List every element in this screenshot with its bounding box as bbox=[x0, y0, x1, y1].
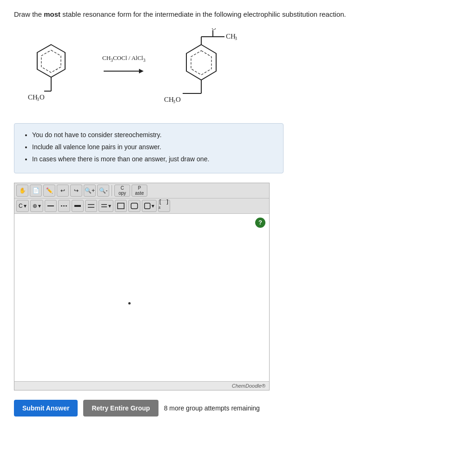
left-molecule: CH 3 O bbox=[14, 31, 88, 110]
chemdoodle-widget: ✋ 📄 ✏️ ↩ ↪ 🔍+ 🔍- C opy P aste C ▾ bbox=[14, 183, 270, 390]
chemdoodle-footer: ChemDoodle® bbox=[14, 381, 269, 390]
rounded-rect-icon bbox=[131, 203, 138, 209]
question-text: Draw the most stable resonance form for … bbox=[14, 9, 448, 20]
bond-type-dropdown[interactable]: ⊕ ▾ bbox=[30, 200, 43, 212]
svg-text:O: O bbox=[40, 93, 45, 101]
chemdoodle-canvas[interactable]: ? bbox=[14, 214, 269, 381]
copy-button[interactable]: C opy bbox=[114, 185, 130, 197]
svg-rect-29 bbox=[118, 203, 124, 209]
bold-bond-icon bbox=[73, 202, 82, 210]
instructions-list: You do not have to consider stereochemis… bbox=[24, 130, 274, 164]
svg-marker-10 bbox=[191, 51, 211, 75]
element-c-arrow: ▾ bbox=[24, 203, 26, 209]
svg-rect-30 bbox=[131, 203, 138, 209]
zoom-in-button[interactable]: 🔍+ bbox=[84, 185, 96, 197]
paste-label-p: P bbox=[138, 185, 141, 191]
right-molecule: O CH 3 CH 3 O bbox=[159, 28, 262, 112]
double-bond-button[interactable] bbox=[85, 200, 97, 212]
svg-text:O: O bbox=[211, 28, 216, 31]
rounded-rect-tool-button[interactable] bbox=[128, 200, 140, 212]
svg-text:CH: CH bbox=[164, 96, 174, 103]
svg-text:3: 3 bbox=[235, 36, 237, 41]
rectangle-tool-button[interactable] bbox=[115, 200, 127, 212]
reaction-arrow-svg bbox=[103, 66, 145, 76]
bond-style-dropdown[interactable]: ▾ bbox=[99, 200, 113, 212]
chemdoodle-toolbar-top: ✋ 📄 ✏️ ↩ ↪ 🔍+ 🔍- C opy P aste bbox=[14, 183, 269, 198]
svg-text:CH: CH bbox=[28, 93, 38, 101]
right-molecule-svg: O CH 3 CH 3 O bbox=[159, 28, 262, 112]
svg-text:CH: CH bbox=[226, 33, 236, 40]
bracket-icon: [ ]± bbox=[158, 198, 170, 212]
svg-rect-31 bbox=[145, 203, 150, 209]
paste-label-aste: aste bbox=[135, 191, 144, 196]
chemdoodle-toolbar-bottom: C ▾ ⊕ ▾ bbox=[14, 198, 269, 214]
draw-tool-button[interactable]: ✏️ bbox=[43, 185, 55, 197]
svg-marker-1 bbox=[41, 50, 61, 73]
bracket-tool-button[interactable]: [ ]± bbox=[158, 200, 170, 212]
svg-marker-8 bbox=[139, 69, 144, 73]
instruction-3: In cases where there is more than one an… bbox=[32, 154, 274, 164]
element-c-label: C bbox=[19, 203, 23, 209]
question-bold: most bbox=[44, 10, 60, 18]
bond-dropdown-arrow: ▾ bbox=[38, 203, 41, 209]
left-molecule-svg: CH 3 O bbox=[14, 31, 88, 110]
bond-style-arrow: ▾ bbox=[108, 203, 111, 209]
single-bond-icon bbox=[46, 202, 55, 210]
document-tool-button[interactable]: 📄 bbox=[30, 185, 42, 197]
help-label: ? bbox=[258, 219, 262, 226]
question-prefix: Draw the bbox=[14, 10, 44, 18]
redo-button[interactable]: ↪ bbox=[70, 185, 82, 197]
rectangle-icon bbox=[117, 203, 125, 209]
paste-button[interactable]: P aste bbox=[132, 185, 147, 197]
svg-text:3: 3 bbox=[173, 99, 175, 104]
question-suffix: stable resonance form for the intermedia… bbox=[60, 10, 346, 18]
double-bond-icon bbox=[87, 202, 95, 210]
instruction-1: You do not have to consider stereochemis… bbox=[32, 130, 274, 140]
copy-label-c: C bbox=[120, 185, 124, 191]
zoom-out-button[interactable]: 🔍- bbox=[97, 185, 109, 197]
dashed-bond-icon bbox=[60, 202, 68, 210]
bond-add-icon: ⊕ bbox=[33, 203, 37, 209]
reagent-label: CH3COCl / AlCl3 bbox=[102, 54, 145, 63]
submit-answer-button[interactable]: Submit Answer bbox=[14, 400, 78, 416]
element-c-dropdown[interactable]: C ▾ bbox=[16, 200, 29, 212]
canvas-dot bbox=[128, 302, 131, 304]
help-button[interactable]: ? bbox=[255, 218, 265, 228]
shape-style-arrow: ▾ bbox=[152, 203, 154, 209]
chemdoodle-brand: ChemDoodle® bbox=[232, 383, 265, 389]
svg-text:O: O bbox=[176, 96, 181, 103]
retry-entire-group-button[interactable]: Retry Entire Group bbox=[83, 400, 158, 416]
instruction-2: Include all valence lone pairs in your a… bbox=[32, 142, 274, 152]
bold-bond-button[interactable] bbox=[72, 200, 84, 212]
bond-style-icon bbox=[101, 203, 107, 209]
buttons-row: Submit Answer Retry Entire Group 8 more … bbox=[14, 400, 448, 416]
single-bond-button[interactable] bbox=[45, 200, 57, 212]
reagent-arrow-area: CH3COCl / AlCl3 bbox=[102, 54, 145, 77]
shape-style-dropdown[interactable]: ▾ bbox=[142, 200, 157, 212]
toolbar-separator-1 bbox=[112, 185, 112, 196]
dashed-bond-button[interactable] bbox=[58, 200, 70, 212]
undo-button[interactable]: ↩ bbox=[57, 185, 69, 197]
shape-style-icon bbox=[144, 203, 151, 209]
copy-label-opy: opy bbox=[119, 191, 126, 196]
svg-text:3: 3 bbox=[37, 97, 39, 102]
attempts-remaining-text: 8 more group attempts remaining bbox=[164, 404, 260, 412]
hand-tool-button[interactable]: ✋ bbox=[16, 185, 28, 197]
instructions-box: You do not have to consider stereochemis… bbox=[14, 123, 284, 173]
reaction-area: CH 3 O CH3COCl / AlCl3 O bbox=[14, 28, 448, 112]
